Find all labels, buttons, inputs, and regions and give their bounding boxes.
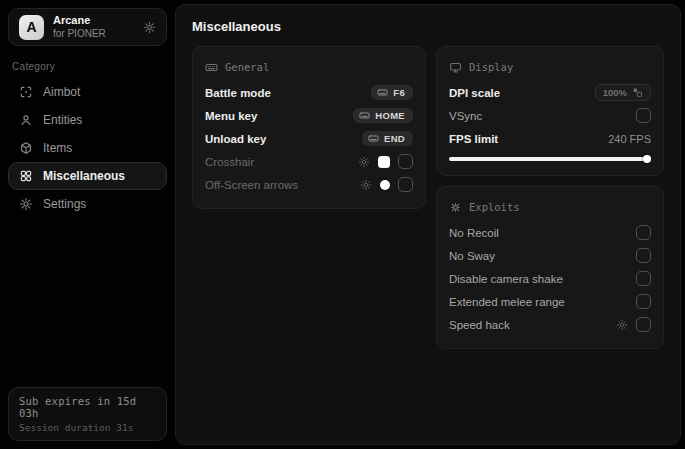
app-titles: Arcane for PIONER (53, 14, 134, 40)
crosshair-label: Crosshair (205, 156, 254, 168)
disable-camera-shake-row: Disable camera shake (449, 267, 651, 290)
menu-key-row: Menu key HOME (205, 104, 413, 127)
keybind-value: END (384, 133, 405, 144)
disable-camera-shake-checkbox[interactable] (636, 271, 651, 286)
vsync-checkbox[interactable] (636, 108, 651, 123)
no-sway-row: No Sway (449, 244, 651, 267)
app-subtitle: for PIONER (53, 28, 134, 41)
offscreen-arrows-label: Off-Screen arrows (205, 179, 298, 191)
virus-icon (449, 201, 462, 214)
general-card: General Battle mode F6 Menu key (192, 46, 426, 209)
keyboard-icon (359, 110, 370, 121)
left-column: General Battle mode F6 Menu key (192, 46, 426, 209)
unload-key-row: Unload key END (205, 127, 413, 150)
crosshair-color-swatch[interactable] (378, 156, 390, 168)
sidebar-item-items[interactable]: Items (8, 134, 167, 162)
sidebar-item-label: Aimbot (43, 85, 80, 99)
no-recoil-label: No Recoil (449, 227, 499, 239)
sidebar-item-label: Entities (43, 113, 82, 127)
vsync-row: VSync (449, 104, 651, 127)
general-card-title: General (225, 61, 269, 73)
gear-icon (19, 197, 33, 211)
entities-icon (19, 113, 33, 127)
exploits-card: Exploits No Recoil No Sway Disable camer… (436, 186, 664, 349)
session-duration-text: Session duration 31s (19, 422, 156, 433)
keybind-value: F6 (393, 87, 405, 98)
sub-expires-text: Sub expires in 15d 03h (19, 395, 156, 419)
app-logo: A (19, 15, 44, 40)
main-panel: Miscellaneous General Battle mode (175, 4, 681, 445)
package-icon (19, 141, 33, 155)
sidebar-item-aimbot[interactable]: Aimbot (8, 78, 167, 106)
speed-hack-row: Speed hack (449, 313, 651, 336)
monitor-icon (449, 61, 462, 74)
offscreen-arrows-row: Off-Screen arrows (205, 173, 413, 196)
gear-icon[interactable] (360, 179, 372, 191)
general-card-header: General (205, 57, 413, 77)
extended-melee-range-label: Extended melee range (449, 296, 565, 308)
fps-limit-value: 240 FPS (608, 133, 651, 145)
dpi-value-text: 100% (603, 87, 627, 98)
sidebar-nav: Aimbot Entities Items Miscellaneous Sett… (8, 78, 167, 218)
fps-limit-row: FPS limit 240 FPS (449, 127, 651, 150)
no-recoil-checkbox[interactable] (636, 225, 651, 240)
grid-icon (19, 169, 33, 183)
sidebar-spacer (8, 218, 167, 387)
slider-fill (449, 157, 651, 161)
menu-key-keybind[interactable]: HOME (353, 108, 413, 123)
no-recoil-row: No Recoil (449, 221, 651, 244)
speed-hack-controls (616, 317, 651, 332)
offscreen-arrows-color-swatch[interactable] (380, 180, 390, 190)
unload-key-keybind[interactable]: END (362, 131, 413, 146)
sidebar-item-entities[interactable]: Entities (8, 106, 167, 134)
page-title: Miscellaneous (192, 19, 664, 34)
battle-mode-keybind[interactable]: F6 (371, 85, 413, 100)
dpi-scale-value[interactable]: 100% (595, 84, 651, 101)
subscription-status-card: Sub expires in 15d 03h Session duration … (8, 387, 167, 441)
display-card: Display DPI scale 100% VSync (436, 46, 664, 176)
crosshair-checkbox[interactable] (398, 154, 413, 169)
exploits-card-header: Exploits (449, 197, 651, 217)
slider-knob[interactable] (643, 155, 651, 163)
no-sway-label: No Sway (449, 250, 495, 262)
keyboard-icon (377, 87, 388, 98)
sidebar: A Arcane for PIONER Category Aimbot Enti… (0, 0, 175, 449)
sidebar-item-label: Items (43, 141, 72, 155)
app-logo-card: A Arcane for PIONER (8, 8, 167, 46)
content-columns: General Battle mode F6 Menu key (192, 46, 664, 349)
battle-mode-row: Battle mode F6 (205, 81, 413, 104)
speed-hack-checkbox[interactable] (636, 317, 651, 332)
menu-key-label: Menu key (205, 110, 257, 122)
keyboard-icon (205, 61, 218, 74)
offscreen-arrows-controls (360, 177, 413, 192)
offscreen-arrows-checkbox[interactable] (398, 177, 413, 192)
crosshair-row: Crosshair (205, 150, 413, 173)
dpi-scale-row: DPI scale 100% (449, 81, 651, 104)
display-card-header: Display (449, 57, 651, 77)
exploits-card-title: Exploits (469, 201, 520, 213)
fps-limit-slider[interactable] (449, 155, 651, 163)
sidebar-item-label: Settings (43, 197, 86, 211)
sidebar-item-miscellaneous[interactable]: Miscellaneous (8, 162, 167, 190)
right-column: Display DPI scale 100% VSync (436, 46, 664, 349)
extended-melee-range-row: Extended melee range (449, 290, 651, 313)
battle-mode-label: Battle mode (205, 87, 271, 99)
gear-icon[interactable] (616, 319, 628, 331)
scale-icon (632, 87, 643, 98)
dpi-scale-label: DPI scale (449, 87, 500, 99)
category-label: Category (12, 61, 167, 72)
unload-key-label: Unload key (205, 133, 266, 145)
gear-icon[interactable] (143, 21, 156, 34)
no-sway-checkbox[interactable] (636, 248, 651, 263)
vsync-label: VSync (449, 110, 482, 122)
crosshair-controls (358, 154, 413, 169)
keyboard-icon (368, 133, 379, 144)
speed-hack-label: Speed hack (449, 319, 510, 331)
display-card-title: Display (469, 61, 513, 73)
keybind-value: HOME (375, 110, 405, 121)
disable-camera-shake-label: Disable camera shake (449, 273, 563, 285)
extended-melee-range-checkbox[interactable] (636, 294, 651, 309)
sidebar-item-settings[interactable]: Settings (8, 190, 167, 218)
gear-icon[interactable] (358, 156, 370, 168)
fps-limit-label: FPS limit (449, 133, 498, 145)
